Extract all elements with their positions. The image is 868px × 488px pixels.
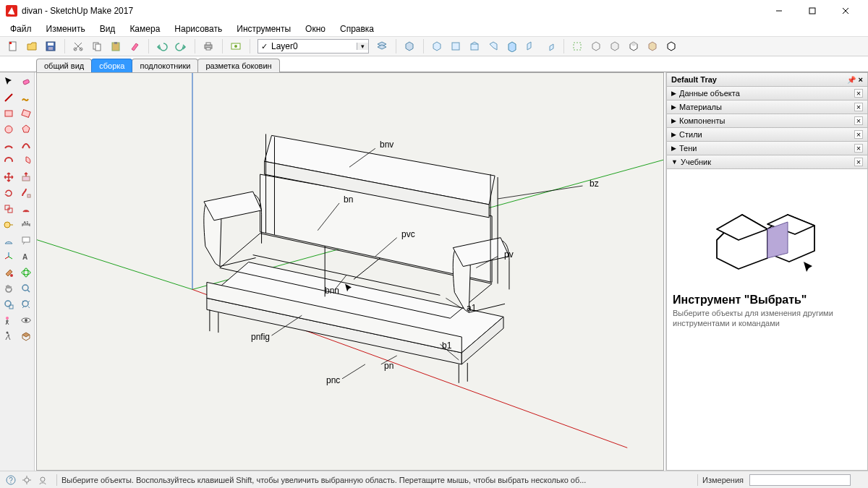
- credits-icon[interactable]: [36, 474, 49, 487]
- panel-close-icon[interactable]: ×: [854, 89, 863, 98]
- menu-edit[interactable]: Изменить: [41, 22, 91, 35]
- print-icon[interactable]: [200, 38, 217, 55]
- svg-rect-16: [206, 48, 210, 50]
- panel-materials[interactable]: ▶Материалы×: [666, 100, 868, 114]
- geoloc-icon[interactable]: [20, 474, 33, 487]
- panel-close-icon[interactable]: ×: [854, 103, 863, 111]
- look-around-icon[interactable]: [17, 312, 35, 328]
- panel-shadows[interactable]: ▶Тени×: [666, 142, 868, 155]
- zoom-window-tool-icon[interactable]: [0, 296, 17, 312]
- view-back-icon[interactable]: [503, 38, 521, 55]
- style-xray-icon[interactable]: [569, 38, 586, 55]
- undo-icon[interactable]: [153, 38, 171, 55]
- zoom-tool-icon[interactable]: [17, 281, 35, 296]
- panel-components[interactable]: ▶Компоненты×: [666, 114, 868, 128]
- menu-view[interactable]: Вид: [94, 22, 122, 35]
- save-file-icon[interactable]: [42, 38, 59, 55]
- viewport[interactable]: bnv bz bn pvc pv bnn a1 b1 pnfig pn pnc: [36, 72, 664, 471]
- view-bottom-icon[interactable]: [541, 38, 558, 55]
- 3dtext-tool-icon[interactable]: A: [17, 249, 35, 265]
- walk-tool-icon[interactable]: [0, 328, 17, 344]
- open-file-icon[interactable]: [23, 38, 41, 55]
- move-tool-icon[interactable]: [0, 169, 17, 185]
- make-component-icon[interactable]: [401, 38, 418, 55]
- view-top-icon[interactable]: [447, 38, 464, 55]
- erase-icon[interactable]: [126, 38, 143, 55]
- section-tool-icon[interactable]: [17, 328, 35, 344]
- instructor-body: Инструмент "Выбрать" Выберите объекты дл…: [666, 169, 868, 471]
- rotated-rect-tool-icon[interactable]: [17, 106, 35, 121]
- orbit-tool-icon[interactable]: [17, 265, 35, 281]
- pin-icon[interactable]: 📌: [847, 76, 856, 84]
- chevron-down-icon[interactable]: ▾: [357, 43, 368, 50]
- axes-tool-icon[interactable]: [0, 249, 17, 265]
- layer-manager-icon[interactable]: [373, 38, 391, 55]
- scene-tab-2[interactable]: подлокотники: [132, 59, 198, 72]
- rotate-tool-icon[interactable]: [0, 185, 17, 201]
- text-tool-icon[interactable]: [17, 233, 35, 249]
- copy-icon[interactable]: [88, 38, 106, 55]
- scene-tab-1[interactable]: сборка: [91, 59, 132, 72]
- menu-camera[interactable]: Камера: [124, 22, 166, 35]
- freehand-tool-icon[interactable]: [17, 90, 35, 106]
- svg-rect-11: [95, 44, 101, 51]
- arc2pt-tool-icon[interactable]: [17, 137, 35, 153]
- style-wireframe-icon[interactable]: [587, 38, 605, 55]
- menu-window[interactable]: Окно: [299, 22, 331, 35]
- pie-tool-icon[interactable]: [17, 153, 35, 169]
- panel-styles[interactable]: ▶Стили×: [666, 128, 868, 142]
- eraser-tool-icon[interactable]: [17, 74, 35, 90]
- select-tool-icon[interactable]: [0, 74, 17, 90]
- style-monochrome-icon[interactable]: [663, 38, 680, 55]
- view-iso-icon[interactable]: [428, 38, 446, 55]
- zoom-extents-tool-icon[interactable]: [17, 296, 35, 312]
- close-button[interactable]: [829, 0, 862, 22]
- scene-tab-0[interactable]: общий вид: [36, 59, 92, 72]
- menu-file[interactable]: Файл: [4, 22, 38, 35]
- help-icon[interactable]: ?: [4, 474, 17, 487]
- panel-close-icon[interactable]: ×: [854, 158, 863, 166]
- view-right-icon[interactable]: [485, 38, 502, 55]
- circle-tool-icon[interactable]: [0, 121, 17, 137]
- panel-close-icon[interactable]: ×: [854, 130, 863, 139]
- tray-header[interactable]: Default Tray 📌 ×: [666, 72, 868, 87]
- followme-tool-icon[interactable]: [17, 185, 35, 201]
- minimize-button[interactable]: [762, 0, 796, 22]
- tray-close-icon[interactable]: ×: [859, 75, 863, 84]
- panel-entity-info[interactable]: ▶Данные объекта×: [666, 87, 868, 100]
- redo-icon[interactable]: [172, 38, 190, 55]
- dimension-tool-icon[interactable]: A1: [17, 217, 35, 233]
- menu-tools[interactable]: Инструменты: [231, 22, 297, 35]
- pan-tool-icon[interactable]: [0, 281, 17, 296]
- paste-icon[interactable]: [107, 38, 124, 55]
- position-camera-icon[interactable]: [0, 312, 17, 328]
- arc3pt-tool-icon[interactable]: [0, 153, 17, 169]
- layer-combo[interactable]: ✓ Layer0 ▾: [258, 39, 369, 53]
- scene-tab-3[interactable]: разметка боковин: [197, 59, 279, 72]
- view-left-icon[interactable]: [522, 38, 540, 55]
- arc-tool-icon[interactable]: [0, 137, 17, 153]
- menu-draw[interactable]: Нарисовать: [169, 22, 228, 35]
- panel-close-icon[interactable]: ×: [854, 144, 863, 153]
- style-shaded-icon[interactable]: [625, 38, 642, 55]
- measurements-input[interactable]: [749, 474, 851, 486]
- panel-close-icon[interactable]: ×: [854, 116, 863, 125]
- new-file-icon[interactable]: [4, 38, 22, 55]
- polygon-tool-icon[interactable]: [17, 121, 35, 137]
- model-info-icon[interactable]: [227, 38, 244, 55]
- style-hidden-icon[interactable]: [606, 38, 624, 55]
- style-shaded-textures-icon[interactable]: [644, 38, 661, 55]
- scale-tool-icon[interactable]: [0, 201, 17, 217]
- pushpull-tool-icon[interactable]: [17, 169, 35, 185]
- maximize-button[interactable]: [796, 0, 829, 22]
- view-front-icon[interactable]: [466, 38, 483, 55]
- protractor-tool-icon[interactable]: [0, 233, 17, 249]
- rectangle-tool-icon[interactable]: [0, 106, 17, 121]
- panel-instructor[interactable]: ▼Учебник×: [666, 155, 868, 169]
- offset-tool-icon[interactable]: [17, 201, 35, 217]
- cut-icon[interactable]: [69, 38, 87, 55]
- tape-tool-icon[interactable]: [0, 217, 17, 233]
- menu-help[interactable]: Справка: [334, 22, 380, 35]
- paint-tool-icon[interactable]: [0, 265, 17, 281]
- line-tool-icon[interactable]: [0, 90, 17, 106]
